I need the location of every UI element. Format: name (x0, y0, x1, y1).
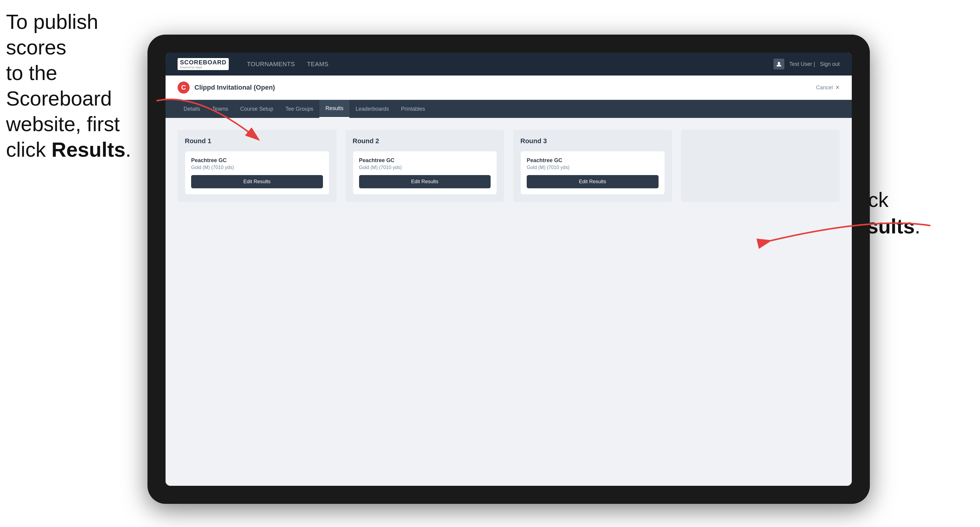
instruction-results-bold: Results (51, 138, 126, 161)
instruction-left: To publish scores to the Scoreboard webs… (6, 9, 132, 162)
nav-tournaments[interactable]: TOURNAMENTS (247, 61, 295, 68)
cancel-label: Cancel (816, 84, 833, 91)
round-3-edit-results-button[interactable]: Edit Results (527, 175, 659, 188)
c-logo: C (178, 81, 189, 94)
tournament-name: Clippd Invitational (Open) (194, 84, 275, 91)
round-2-course-card: Peachtree GC Gold (M) (7010 yds) Edit Re… (353, 151, 497, 195)
navbar: SCOREBOARD Powered by clippd TOURNAMENTS… (165, 52, 852, 76)
nav-teams[interactable]: TEAMS (307, 61, 328, 68)
tab-details[interactable]: Details (178, 100, 206, 118)
tournament-header: C Clippd Invitational (Open) Cancel ✕ (165, 76, 852, 100)
cancel-button[interactable]: Cancel ✕ (816, 84, 840, 91)
tablet-screen: SCOREBOARD Powered by clippd TOURNAMENTS… (165, 52, 852, 486)
tablet-shell: SCOREBOARD Powered by clippd TOURNAMENTS… (148, 35, 870, 504)
instruction-line3: website, first (6, 113, 120, 135)
instruction-line2: to the Scoreboard (6, 61, 112, 110)
tab-course-setup[interactable]: Course Setup (234, 100, 279, 118)
rounds-grid: Round 1 Peachtree GC Gold (M) (7010 yds)… (178, 130, 840, 202)
round-2-title: Round 2 (353, 137, 497, 145)
logo-area: SCOREBOARD Powered by clippd (178, 58, 229, 70)
round-2-course-name: Peachtree GC (359, 157, 491, 163)
tab-leaderboards[interactable]: Leaderboards (350, 100, 395, 118)
nav-user-text: Test User | (789, 61, 815, 67)
round-3-course-card: Peachtree GC Gold (M) (7010 yds) Edit Re… (520, 151, 665, 195)
close-icon: ✕ (835, 84, 840, 91)
instruction-line1: To publish scores (6, 10, 98, 59)
logo-sub: Powered by clippd (180, 66, 226, 69)
logo-box: SCOREBOARD Powered by clippd (178, 58, 229, 70)
round-1-course-details: Gold (M) (7010 yds) (191, 165, 323, 170)
instruction-line4-plain: click (6, 138, 51, 161)
round-1-course-name: Peachtree GC (191, 157, 323, 163)
content-area: Round 1 Peachtree GC Gold (M) (7010 yds)… (165, 118, 852, 486)
instruction-right-period: . (915, 215, 920, 238)
round-1-edit-results-button[interactable]: Edit Results (191, 175, 323, 188)
user-icon (773, 59, 784, 70)
logo-text: SCOREBOARD (180, 59, 226, 65)
nav-right: Test User | Sign out (773, 59, 840, 70)
tab-teams[interactable]: Teams (206, 100, 234, 118)
round-2-column: Round 2 Peachtree GC Gold (M) (7010 yds)… (345, 130, 504, 202)
round-1-course-card: Peachtree GC Gold (M) (7010 yds) Edit Re… (185, 151, 329, 195)
round-3-column: Round 3 Peachtree GC Gold (M) (7010 yds)… (513, 130, 672, 202)
round-1-column: Round 1 Peachtree GC Gold (M) (7010 yds)… (178, 130, 337, 202)
round-3-course-details: Gold (M) (7010 yds) (527, 165, 659, 170)
tournament-title-area: C Clippd Invitational (Open) (178, 81, 275, 94)
round-2-edit-results-button[interactable]: Edit Results (359, 175, 491, 188)
round-3-title: Round 3 (520, 137, 665, 145)
svg-point-0 (778, 62, 780, 64)
nav-sign-out[interactable]: Sign out (820, 61, 840, 67)
tab-printables[interactable]: Printables (395, 100, 431, 118)
round-4-column (681, 130, 840, 202)
tab-tee-groups[interactable]: Tee Groups (279, 100, 319, 118)
round-2-course-details: Gold (M) (7010 yds) (359, 165, 491, 170)
round-3-course-name: Peachtree GC (527, 157, 659, 163)
tab-results[interactable]: Results (319, 100, 350, 118)
instruction-period: . (126, 138, 131, 161)
round-1-title: Round 1 (185, 137, 329, 145)
tab-bar: Details Teams Course Setup Tee Groups Re… (165, 100, 852, 118)
nav-links: TOURNAMENTS TEAMS (247, 61, 773, 68)
